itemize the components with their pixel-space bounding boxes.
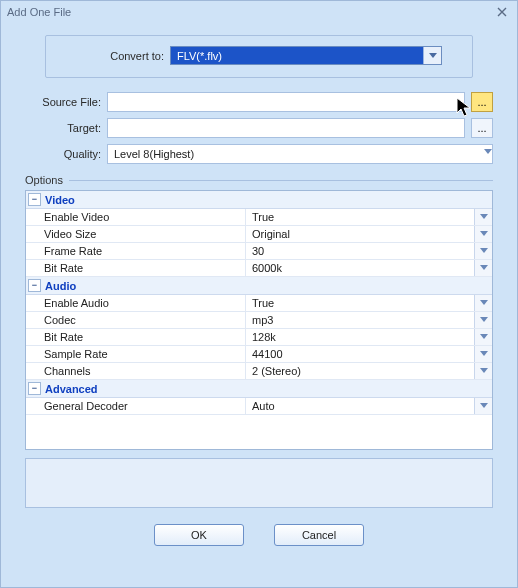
prop-name: Channels	[26, 363, 246, 379]
quality-select[interactable]: Level 8(Highest)	[107, 144, 493, 164]
property-row[interactable]: General DecoderAuto	[26, 398, 492, 415]
chevron-down-icon[interactable]	[474, 363, 492, 379]
cancel-button[interactable]: Cancel	[274, 524, 364, 546]
prop-value: 2 (Stereo)	[246, 363, 474, 379]
ellipsis-icon: ...	[477, 122, 486, 134]
chevron-down-icon	[423, 47, 441, 64]
section-title: Advanced	[45, 383, 98, 395]
options-header: Options	[25, 174, 493, 186]
close-icon	[497, 7, 507, 17]
prop-name: Bit Rate	[26, 260, 246, 276]
divider	[69, 180, 493, 181]
property-row[interactable]: Frame Rate30	[26, 243, 492, 260]
prop-name: Bit Rate	[26, 329, 246, 345]
collapse-icon[interactable]: −	[28, 382, 41, 395]
property-row[interactable]: Bit Rate128k	[26, 329, 492, 346]
chevron-down-icon[interactable]	[474, 312, 492, 328]
collapse-icon[interactable]: −	[28, 193, 41, 206]
property-row[interactable]: Video SizeOriginal	[26, 226, 492, 243]
convert-select[interactable]: FLV(*.flv)	[170, 46, 442, 65]
dialog-window: Add One File Convert to: FLV(*.flv) Sour…	[0, 0, 518, 588]
prop-value: Auto	[246, 398, 474, 414]
prop-name: Video Size	[26, 226, 246, 242]
target-label: Target:	[25, 122, 101, 134]
property-row[interactable]: Enable VideoTrue	[26, 209, 492, 226]
titlebar: Add One File	[1, 1, 517, 23]
prop-name: General Decoder	[26, 398, 246, 414]
source-label: Source File:	[25, 96, 101, 108]
description-panel	[25, 458, 493, 508]
target-browse-button[interactable]: ...	[471, 118, 493, 138]
convert-label: Convert to:	[76, 50, 164, 62]
ok-button[interactable]: OK	[154, 524, 244, 546]
close-button[interactable]	[493, 4, 511, 20]
prop-name: Codec	[26, 312, 246, 328]
prop-value: 128k	[246, 329, 474, 345]
target-input[interactable]	[107, 118, 465, 138]
chevron-down-icon[interactable]	[474, 243, 492, 259]
property-row[interactable]: Channels2 (Stereo)	[26, 363, 492, 380]
prop-name: Sample Rate	[26, 346, 246, 362]
window-title: Add One File	[7, 6, 71, 18]
prop-value: True	[246, 209, 474, 225]
source-browse-button[interactable]: ...	[471, 92, 493, 112]
prop-name: Frame Rate	[26, 243, 246, 259]
chevron-down-icon[interactable]	[474, 209, 492, 225]
prop-name: Enable Audio	[26, 295, 246, 311]
section-title: Audio	[45, 280, 76, 292]
property-row[interactable]: Codecmp3	[26, 312, 492, 329]
section-title: Video	[45, 194, 75, 206]
source-row: Source File: ...	[25, 92, 493, 112]
collapse-icon[interactable]: −	[28, 279, 41, 292]
convert-group: Convert to: FLV(*.flv)	[45, 35, 473, 78]
quality-value: Level 8(Highest)	[108, 145, 484, 163]
property-grid: − Video Enable VideoTrue Video SizeOrigi…	[25, 190, 493, 450]
property-row[interactable]: Enable AudioTrue	[26, 295, 492, 312]
convert-value: FLV(*.flv)	[171, 47, 423, 64]
prop-value: True	[246, 295, 474, 311]
grid-empty-area	[26, 415, 492, 449]
section-audio[interactable]: − Audio	[26, 277, 492, 295]
prop-value: 44100	[246, 346, 474, 362]
dialog-body: Convert to: FLV(*.flv) Source File: ... …	[1, 23, 517, 556]
chevron-down-icon[interactable]	[474, 346, 492, 362]
prop-value: mp3	[246, 312, 474, 328]
prop-value: 6000k	[246, 260, 474, 276]
options-label: Options	[25, 174, 63, 186]
cancel-label: Cancel	[302, 529, 336, 541]
chevron-down-icon[interactable]	[474, 295, 492, 311]
source-input[interactable]	[107, 92, 465, 112]
button-bar: OK Cancel	[15, 524, 503, 546]
property-row[interactable]: Bit Rate6000k	[26, 260, 492, 277]
quality-row: Quality: Level 8(Highest)	[25, 144, 493, 164]
prop-name: Enable Video	[26, 209, 246, 225]
chevron-down-icon[interactable]	[474, 398, 492, 414]
target-row: Target: ...	[25, 118, 493, 138]
property-row[interactable]: Sample Rate44100	[26, 346, 492, 363]
ok-label: OK	[191, 529, 207, 541]
section-advanced[interactable]: − Advanced	[26, 380, 492, 398]
chevron-down-icon[interactable]	[474, 329, 492, 345]
chevron-down-icon[interactable]	[474, 226, 492, 242]
ellipsis-icon: ...	[477, 96, 486, 108]
prop-value: Original	[246, 226, 474, 242]
chevron-down-icon[interactable]	[474, 260, 492, 276]
quality-label: Quality:	[25, 148, 101, 160]
chevron-down-icon	[484, 145, 492, 163]
section-video[interactable]: − Video	[26, 191, 492, 209]
prop-value: 30	[246, 243, 474, 259]
